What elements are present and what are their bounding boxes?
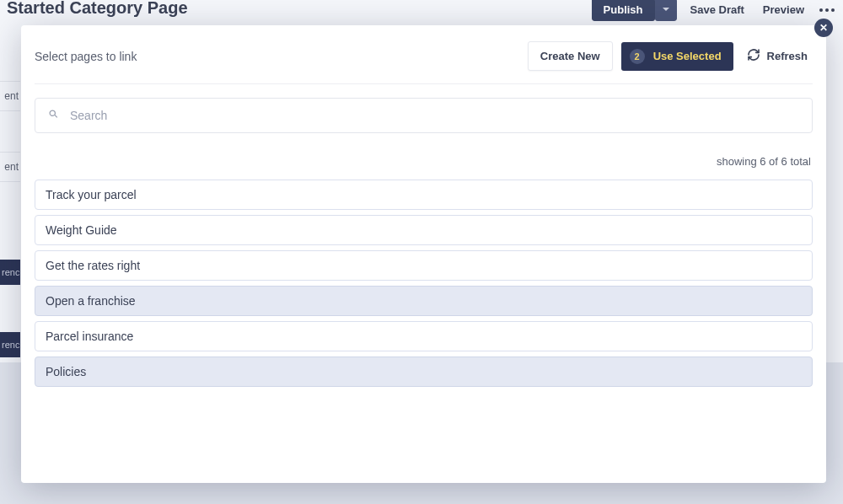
list-item[interactable]: Get the rates right [35, 250, 813, 281]
bg-actions: Publish Save Draft Preview [592, 0, 836, 21]
bg-left-rail: ent ent [0, 81, 20, 223]
bg-tag: renc [0, 332, 20, 357]
publish-label: Publish [604, 3, 643, 16]
create-new-button[interactable]: Create New [528, 41, 613, 71]
bg-rail-item: ent [0, 152, 20, 182]
close-button[interactable]: ✕ [814, 19, 833, 37]
bg-rail-item: ent [0, 81, 20, 111]
modal-title: Select pages to link [35, 50, 137, 63]
publish-dropdown-button[interactable] [655, 0, 677, 21]
preview-button[interactable]: Preview [758, 0, 809, 21]
pages-list: Track your parcelWeight GuideGet the rat… [35, 180, 813, 387]
use-selected-label: Use Selected [653, 50, 722, 62]
more-menu-button[interactable] [818, 3, 836, 17]
bg-header: Started Category Page Publish Save Draft… [0, 0, 843, 25]
list-item[interactable]: Track your parcel [35, 180, 813, 210]
search-input[interactable] [70, 109, 800, 122]
refresh-label: Refresh [767, 50, 808, 62]
refresh-button[interactable]: Refresh [742, 40, 813, 72]
page-title: Started Category Page [7, 0, 188, 18]
caret-down-icon [662, 3, 670, 16]
search-row [35, 84, 813, 140]
bg-tag: renc [0, 260, 20, 285]
list-item[interactable]: Open a franchise [35, 286, 813, 316]
modal-actions: Create New 2 Use Selected Refresh [528, 40, 813, 72]
save-draft-button[interactable]: Save Draft [685, 0, 749, 21]
search-wrap [35, 98, 813, 133]
close-icon: ✕ [819, 22, 828, 34]
link-pages-modal: ✕ Select pages to link Create New 2 Use … [21, 25, 826, 483]
list-item[interactable]: Parcel insurance [35, 321, 813, 351]
modal-header: Select pages to link Create New 2 Use Se… [35, 40, 813, 84]
results-count: showing 6 of 6 total [35, 140, 813, 180]
list-item[interactable]: Policies [35, 357, 813, 387]
search-icon [47, 108, 70, 124]
selected-count-badge: 2 [630, 49, 645, 64]
use-selected-button[interactable]: 2 Use Selected [621, 42, 733, 71]
publish-button[interactable]: Publish [592, 0, 655, 21]
publish-group: Publish [592, 0, 677, 21]
list-item[interactable]: Weight Guide [35, 215, 813, 245]
refresh-icon [747, 48, 760, 64]
